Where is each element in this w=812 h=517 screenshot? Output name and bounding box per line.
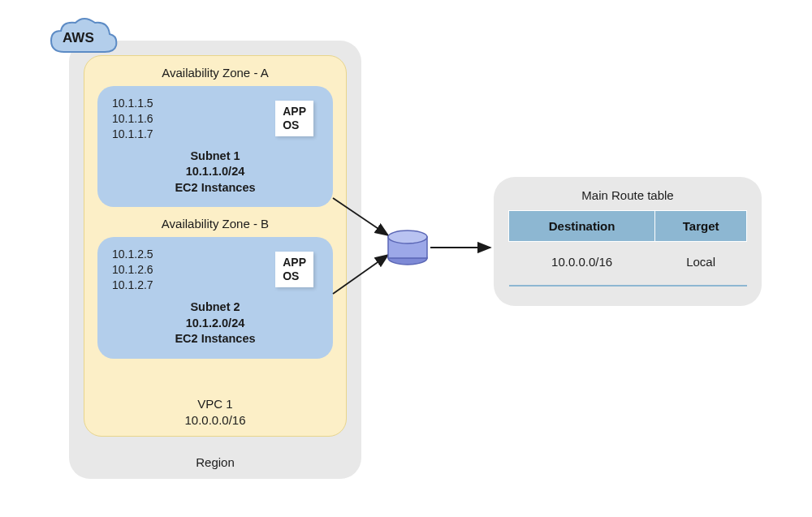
vpc-cidr: 10.0.0.0/16 xyxy=(84,412,346,429)
az-a-title: Availability Zone - A xyxy=(84,66,346,80)
subnet-1-desc: EC2 Instances xyxy=(112,180,318,196)
subnet-2-name: Subnet 2 xyxy=(112,299,318,316)
subnet-2-appbox: APP OS xyxy=(275,252,313,287)
subnet-1-cidr: 10.1.1.0/24 xyxy=(112,164,318,180)
region-container: Availability Zone - A 10.1.1.5 10.1.1.6 … xyxy=(69,41,361,479)
route-table-cell-destination: 10.0.0.0/16 xyxy=(509,242,655,287)
route-table-container: Main Route table Destination Target 10.0… xyxy=(494,177,762,306)
route-table-title: Main Route table xyxy=(508,188,747,202)
route-table-cell-target: Local xyxy=(655,242,747,287)
vpc-container: Availability Zone - A 10.1.1.5 10.1.1.6 … xyxy=(84,55,347,437)
route-table: Destination Target 10.0.0.0/16 Local xyxy=(508,210,747,287)
subnet-1-name: Subnet 1 xyxy=(112,149,318,165)
subnet-2: 10.1.2.5 10.1.2.6 10.1.2.7 APP OS Subnet… xyxy=(97,237,333,358)
az-b-title: Availability Zone - B xyxy=(84,217,346,230)
aws-cloud-label: AWS xyxy=(63,30,94,46)
region-label: Region xyxy=(69,455,361,469)
subnet-1-appbox: APP OS xyxy=(275,101,313,136)
route-table-row: 10.0.0.0/16 Local xyxy=(509,242,747,287)
subnet-2-app-line1: APP xyxy=(283,256,306,269)
subnet-2-label: Subnet 2 10.1.2.0/24 EC2 Instances xyxy=(112,299,318,347)
svg-point-2 xyxy=(388,230,427,243)
subnet-1-app-line1: APP xyxy=(283,105,306,118)
subnet-1-label: Subnet 1 10.1.1.0/24 EC2 Instances xyxy=(112,149,318,196)
vpc-label: VPC 1 10.0.0.0/16 xyxy=(84,396,346,428)
route-table-header-destination: Destination xyxy=(509,211,655,242)
subnet-2-cidr: 10.1.2.0/24 xyxy=(112,316,318,332)
subnet-1: 10.1.1.5 10.1.1.6 10.1.1.7 APP OS Subnet… xyxy=(97,86,333,207)
subnet-2-desc: EC2 Instances xyxy=(112,331,318,347)
router-icon xyxy=(387,229,429,265)
route-table-header-target: Target xyxy=(655,211,747,242)
subnet-2-app-line2: OS xyxy=(283,269,306,283)
vpc-name: VPC 1 xyxy=(84,396,346,412)
subnet-1-app-line2: OS xyxy=(283,118,306,132)
